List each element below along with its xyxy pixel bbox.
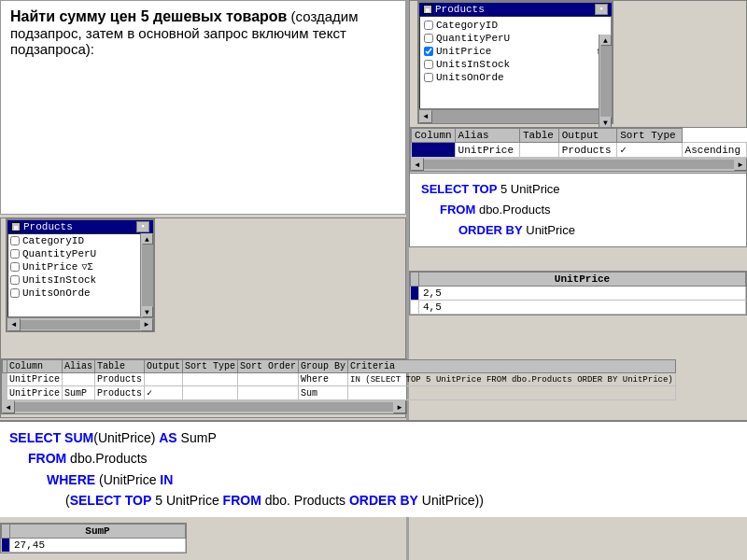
small-field-quantityper-cb[interactable] — [10, 249, 20, 259]
sql-keyword-orderby: ORDER BY — [458, 223, 523, 237]
small-hscroll[interactable]: ◄ ► — [7, 317, 153, 330]
col-header-alias: Alias — [455, 129, 519, 143]
qbe-hscroll-track — [424, 160, 734, 169]
small-field-categoryid-lbl: CategoryID — [22, 235, 84, 246]
table-scrollbar[interactable]: ▲ ▼ — [599, 35, 612, 128]
table-hscroll[interactable]: ◄ ► — [419, 109, 612, 122]
field-unitsonorder: UnitsOnOrde — [422, 71, 609, 84]
field-unitsonorder-checkbox[interactable] — [424, 73, 433, 82]
sql-main-kw-from2: FROM — [223, 493, 261, 508]
lower-qbe-hscroll[interactable]: ◄ ► — [2, 400, 406, 413]
lower-hscroll-left[interactable]: ◄ — [2, 400, 15, 413]
qbe-table-top: Column Alias Table Output Sort Type Unit… — [411, 128, 747, 158]
field-quantityper-label: QuantityPerU — [436, 33, 510, 44]
lower-cell-groupby-2: Sum — [299, 386, 348, 400]
small-table-close[interactable]: ▪ — [136, 221, 149, 232]
result-table-top: UnitPrice 2,5 4,5 — [410, 272, 746, 315]
bottom-result-row-sel — [2, 539, 10, 553]
scroll-track — [600, 46, 612, 117]
field-unitprice: UnitPrice ↑↓ — [422, 45, 609, 58]
small-hscroll-left[interactable]: ◄ — [7, 318, 21, 331]
table-title-bar: ▦ Products ▪ — [419, 3, 612, 16]
lower-cell-sortorder-1 — [238, 373, 299, 386]
field-categoryid: CategoryID — [422, 19, 609, 32]
sql-line3-rest: UnitPrice — [526, 223, 575, 237]
sql-main-kw-from: FROM — [28, 451, 66, 466]
result-cell-2: 4,5 — [419, 301, 746, 315]
field-unitsinstock-checkbox[interactable] — [424, 60, 433, 69]
table-title-label: Products — [435, 4, 485, 15]
small-field-unitsonorder: UnitsOnOrde — [8, 287, 152, 300]
sql-main-kw-selecttop: SELECT TOP — [70, 493, 152, 508]
qbe-hscroll[interactable]: ◄ ► — [411, 158, 747, 171]
lower-col-criteria: Criteria — [348, 360, 676, 373]
small-field-unitprice-cb[interactable] — [10, 262, 20, 272]
sql-main-l4end: UnitPrice)) — [418, 493, 484, 508]
small-table-icon: ▦ Products — [11, 221, 73, 232]
col-header-sorttype: Sort Type — [617, 129, 682, 143]
field-unitprice-label: UnitPrice — [436, 46, 491, 57]
lower-cell-sortorder-2 — [238, 386, 299, 400]
intro-text-panel: Найти сумму цен 5 дешевых товаров (созда… — [0, 0, 406, 215]
col-header-column: Column — [412, 129, 456, 143]
small-field-unitsinstock-cb[interactable] — [10, 275, 20, 285]
lower-col-output: Output — [145, 360, 183, 373]
table-fields-list: CategoryID QuantityPerU UnitPrice ↑↓ Uni… — [419, 16, 612, 109]
products-table-window: ▦ Products ▪ CategoryID QuantityPerU Uni… — [417, 1, 613, 124]
products-small-window: ▦ Products ▪ CategoryID QuantityPerU Uni… — [6, 218, 155, 332]
sql-main-line3: WHERE (UnitPrice IN — [9, 469, 738, 490]
small-field-unitprice: UnitPrice ▽Σ — [8, 260, 152, 273]
table-row: UnitPrice Products ✓ Ascending — [412, 143, 747, 158]
lower-hscroll-right[interactable]: ► — [393, 400, 406, 413]
qbe-hscroll-left[interactable]: ◄ — [411, 158, 424, 171]
field-unitprice-checkbox[interactable] — [424, 47, 433, 56]
small-hscroll-right[interactable]: ► — [140, 318, 153, 331]
result-row-1: 2,5 — [411, 287, 746, 301]
small-field-unitsonorder-cb[interactable] — [10, 288, 20, 298]
lower-cell-output-2: ✓ — [145, 386, 183, 400]
col-header-table: Table — [519, 129, 558, 143]
small-field-quantityper: QuantityPerU — [8, 247, 152, 260]
small-scroll-down[interactable]: ▼ — [142, 306, 153, 317]
sql-main-line4: (SELECT TOP 5 UnitPrice FROM dbo. Produc… — [9, 490, 738, 511]
bottom-result-table: SumP 27,45 — [0, 523, 187, 553]
hscroll-left[interactable]: ◄ — [419, 110, 432, 123]
small-vscroll[interactable]: ▲ ▼ — [140, 233, 153, 317]
small-scroll-up[interactable]: ▲ — [142, 233, 153, 245]
small-field-unitsonorder-lbl: UnitsOnOrde — [22, 287, 91, 299]
lower-cell-table-2: Products — [95, 386, 145, 400]
sql-keyword-from: FROM — [440, 203, 475, 217]
result-row-sel-header — [411, 273, 419, 287]
sql-main-l4r: dbo. Products — [261, 493, 349, 508]
sql-main-l2r: dbo.Products — [66, 451, 147, 466]
qbe-hscroll-right[interactable]: ► — [734, 158, 747, 171]
lower-col-sorttype: Sort Type — [183, 360, 238, 373]
field-quantityper-checkbox[interactable] — [424, 34, 433, 43]
sql-main-l3r1: (UnitPrice — [95, 472, 160, 487]
field-categoryid-checkbox[interactable] — [424, 21, 433, 30]
filter-sum-icon: ▽Σ — [81, 261, 92, 273]
qbe-grid-top: Column Alias Table Output Sort Type Unit… — [410, 127, 747, 172]
col-header-output: Output — [558, 129, 616, 143]
sql-main-kw-as: AS — [159, 430, 176, 445]
small-table-title: ▦ Products ▪ — [7, 220, 153, 233]
lower-cell-criteria-1: IN (SELECT TOP 5 UnitPrice FROM dbo.Prod… — [348, 373, 676, 386]
sql-main-kw-where: WHERE — [47, 472, 95, 487]
cell-sorttype: Ascending — [682, 143, 746, 158]
lower-cell-alias-2: SumP — [63, 386, 95, 400]
table-close-button[interactable]: ▪ — [595, 4, 608, 15]
cell-alias — [519, 143, 558, 158]
cell-output: ✓ — [617, 143, 682, 158]
small-field-quantityper-lbl: QuantityPerU — [22, 248, 96, 259]
bottom-result-cell: 27,45 — [10, 539, 186, 553]
bottom-result-header: SumP — [10, 525, 186, 539]
scroll-up-arrow[interactable]: ▲ — [600, 35, 612, 46]
lower-col-table: Table — [95, 360, 145, 373]
hscroll-track — [432, 110, 599, 123]
result-table-bottom: SumP 27,45 — [1, 524, 186, 553]
result-row-selector-2 — [411, 301, 419, 315]
result-header-unitprice: UnitPrice — [419, 273, 746, 287]
top-result-table: UnitPrice 2,5 4,5 — [409, 271, 747, 315]
sql-keyword-select: SELECT TOP — [421, 182, 497, 196]
small-field-categoryid-cb[interactable] — [10, 236, 20, 245]
